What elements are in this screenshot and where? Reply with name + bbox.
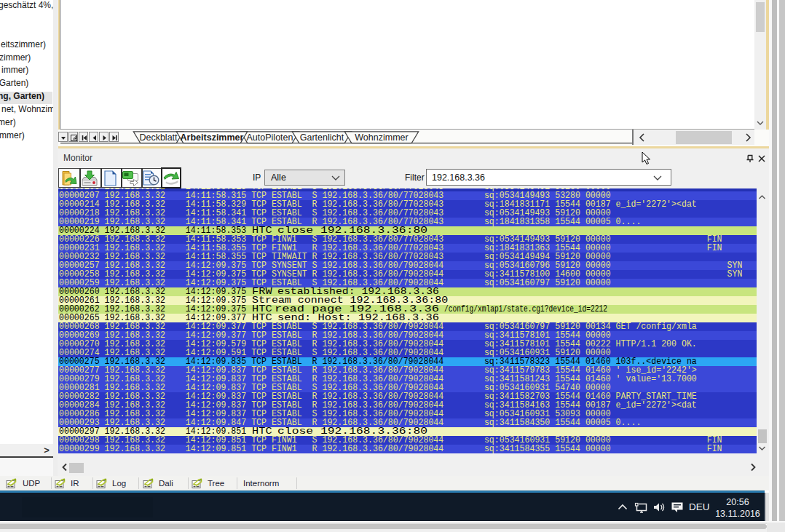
svg-text:Arbeitszimmer: Arbeitszimmer <box>181 132 244 143</box>
svg-text:AutoPiloten: AutoPiloten <box>247 132 293 143</box>
svg-text:Deckblatt: Deckblatt <box>139 132 178 143</box>
svg-text:Wohnzimmer: Wohnzimmer <box>355 132 408 143</box>
svg-text:Gartenlicht: Gartenlicht <box>300 132 344 143</box>
